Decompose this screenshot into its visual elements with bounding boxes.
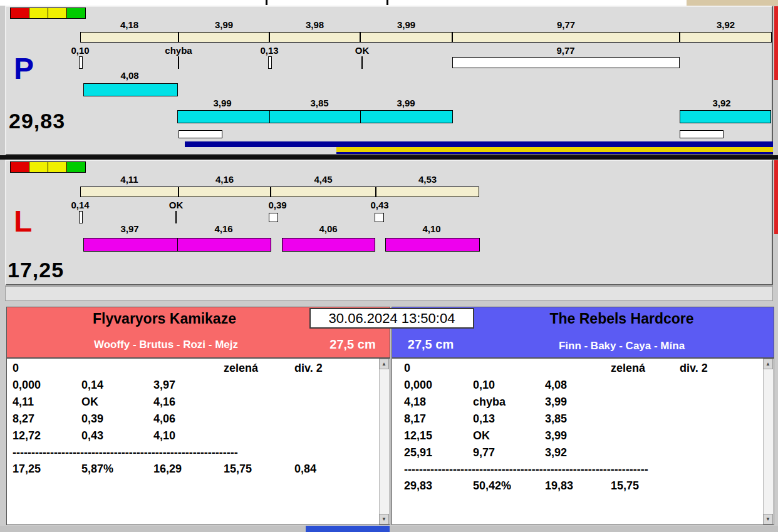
progress-bar-blue xyxy=(185,141,773,147)
result-row: 0,000 0,14 3,97 xyxy=(13,379,373,396)
split-bar-segment xyxy=(360,32,452,43)
result-cell xyxy=(611,379,680,396)
top-window-edge xyxy=(0,0,778,6)
summary-cell: 16,29 xyxy=(153,463,224,479)
dog-time-bar xyxy=(269,110,361,123)
crossing-mark-label: OK xyxy=(345,45,379,56)
scroll-down-button[interactable]: ▼ xyxy=(379,514,389,524)
right-scrollbar[interactable] xyxy=(763,359,774,524)
summary-row: 17,25 5,87% 16,29 15,75 0,84 xyxy=(13,463,373,479)
crossing-mark-label: 0,39 xyxy=(259,200,296,210)
result-cell: 3,92 xyxy=(545,446,611,463)
left-team-name: Flyvaryors Kamikaze xyxy=(6,310,323,327)
separator-row: ----------------------------------------… xyxy=(404,463,758,479)
summary-cell: 15,75 xyxy=(611,479,680,496)
start-light-red xyxy=(10,8,29,19)
scroll-up-button[interactable]: ▲ xyxy=(763,359,773,369)
dog-time-bar xyxy=(177,110,270,123)
dog-time-bar xyxy=(282,238,375,252)
summary-cell: 5,87% xyxy=(81,463,153,479)
result-cell: OK xyxy=(81,396,153,412)
datetime-display: 30.06.2024 13:50:04 xyxy=(309,308,474,329)
status-strip xyxy=(5,286,773,301)
result-cell: 0,39 xyxy=(81,412,153,429)
left-scrollbar[interactable] xyxy=(379,359,390,524)
app-window: 4,18 3,99 3,98 3,99 9,77 3,92 0,10 chyba… xyxy=(0,0,778,532)
result-cell xyxy=(611,429,680,446)
result-cell: 3,97 xyxy=(153,379,224,396)
background-window-fragment xyxy=(774,160,778,234)
dog-time-label: 4,10 xyxy=(413,223,450,234)
crossing-mark-label: 0,43 xyxy=(361,200,398,210)
summary-row: 29,83 50,42% 19,83 15,75 xyxy=(404,479,758,496)
crossing-tick xyxy=(175,211,177,223)
start-light-yellow-2 xyxy=(48,8,67,19)
dog-time-label: 3,97 xyxy=(111,223,148,234)
result-cell: chyba xyxy=(473,396,545,412)
progress-bar-yellow xyxy=(336,147,773,152)
scroll-down-button[interactable]: ▼ xyxy=(763,514,773,524)
left-results-table: 0 zelená div. 2 0,000 0,14 3,97 4,11 OK … xyxy=(13,362,373,479)
background-window-fragment xyxy=(687,0,778,6)
result-cell xyxy=(611,396,680,412)
dog-time-bar xyxy=(83,238,178,252)
crossing-checkbox xyxy=(269,213,278,222)
result-cell: 12,15 xyxy=(404,429,473,446)
result-cell: 0,000 xyxy=(13,379,81,396)
dog-time-label: 3,99 xyxy=(204,98,241,108)
split-time-label: 3,98 xyxy=(269,19,360,30)
background-window-fragment xyxy=(774,6,778,80)
right-results-table: 0 zelená div. 2 0,000 0,10 4,08 4,18 chy… xyxy=(404,362,758,496)
right-team-dogs: Finn - Baky - Caya - Mína xyxy=(473,340,770,352)
result-row: 8,27 0,39 4,06 xyxy=(13,412,373,429)
split-bar-segment xyxy=(269,32,360,43)
crossing-checkbox xyxy=(375,213,384,222)
scroll-up-button[interactable]: ▲ xyxy=(379,359,389,369)
crossing-tick xyxy=(178,56,179,69)
split-bar-segment xyxy=(271,187,376,197)
result-cell xyxy=(224,379,294,396)
separator-row: ----------------------------------------… xyxy=(13,446,373,463)
gauge-bar xyxy=(680,130,724,138)
dog-time-label: 3,85 xyxy=(301,98,338,108)
result-cell: 0 xyxy=(13,362,81,379)
crossing-mark-label: 0,14 xyxy=(61,200,99,210)
result-cell xyxy=(294,429,373,446)
split-time-label: 3,92 xyxy=(680,19,772,30)
result-cell xyxy=(680,379,758,396)
crossing-mark-label: chyba xyxy=(157,45,200,56)
result-cell: 8,17 xyxy=(404,412,473,429)
split-time-label: 4,11 xyxy=(80,174,179,185)
result-cell: zelená xyxy=(611,362,680,379)
left-team-dogs: Wooffy - Brutus - Rozi - Mejz xyxy=(19,339,313,351)
result-row: 12,72 0,43 4,10 xyxy=(13,429,373,446)
result-cell: 4,16 xyxy=(153,396,224,412)
result-cell: 4,08 xyxy=(545,379,611,396)
result-cell xyxy=(224,429,294,446)
scroll-down-icon: ▼ xyxy=(765,516,770,522)
split-time-label: 3,99 xyxy=(179,19,269,30)
dog-time-label: 4,06 xyxy=(309,223,347,234)
summary-cell: 19,83 xyxy=(545,479,611,496)
result-cell: 4,11 xyxy=(13,396,81,412)
progress-bar-blue-thin xyxy=(336,152,773,154)
result-cell xyxy=(153,362,224,379)
dog-time-label: 4,16 xyxy=(205,223,242,234)
summary-cell: 17,25 xyxy=(13,463,81,479)
scroll-up-icon: ▲ xyxy=(381,361,386,367)
crossing-mark-label: 0,13 xyxy=(251,45,288,56)
result-cell xyxy=(294,379,373,396)
split-bar-segment xyxy=(376,187,479,197)
result-cell: 4,06 xyxy=(153,412,224,429)
start-light-yellow-2 xyxy=(48,161,67,173)
result-cell: 0 xyxy=(404,362,473,379)
start-light-red xyxy=(10,161,29,173)
result-cell xyxy=(611,446,680,463)
result-row: 0,000 0,10 4,08 xyxy=(404,379,758,396)
dog-time-label: 3,99 xyxy=(387,98,425,108)
scroll-up-icon: ▲ xyxy=(765,361,770,367)
split-time-label: 3,99 xyxy=(360,19,452,30)
crossing-tick xyxy=(268,56,272,69)
dog-time-bar xyxy=(360,110,453,123)
lane-letter: L xyxy=(14,207,32,237)
